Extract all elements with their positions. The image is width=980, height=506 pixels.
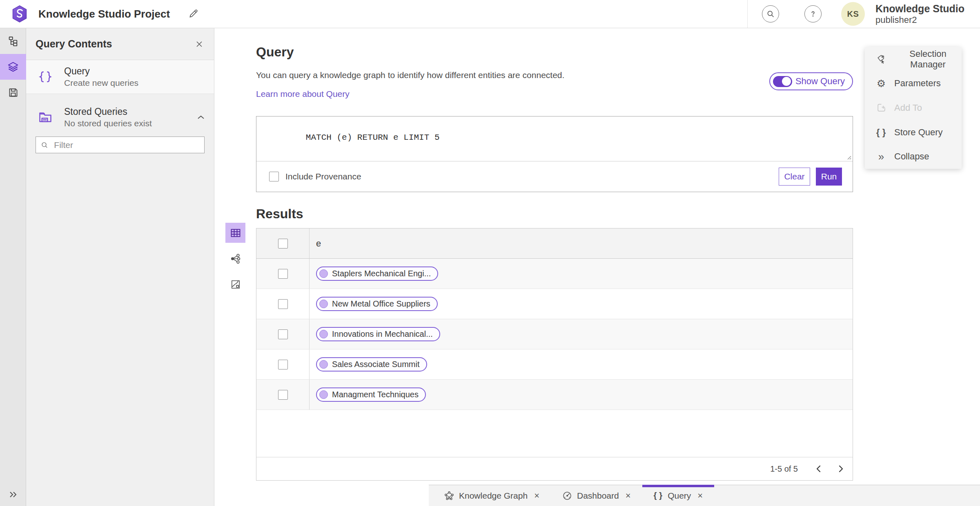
- rail-expand-button[interactable]: [0, 486, 26, 504]
- rail-item-save[interactable]: [0, 80, 26, 105]
- filter-input[interactable]: [54, 140, 199, 150]
- select-all-checkbox[interactable]: [278, 239, 288, 249]
- entity-label: New Metal Office Suppliers: [332, 299, 430, 309]
- chevron-up-icon: [197, 114, 205, 120]
- pagination-label: 1-5 of 5: [770, 464, 798, 474]
- table-icon: [230, 227, 241, 239]
- view-switcher: [225, 223, 245, 300]
- entity-label: Staplers Mechanical Engi...: [332, 269, 431, 278]
- parameters-button[interactable]: ⚙ Parameters: [865, 72, 962, 96]
- help-icon: [808, 9, 817, 18]
- tab-dashboard[interactable]: Dashboard ×: [551, 485, 642, 506]
- query-editor-footer: Include Provenance Clear Run: [256, 161, 853, 192]
- panel-title: Query Contents: [36, 38, 112, 50]
- action-label: Selection Manager: [894, 49, 962, 70]
- link-chart-view-button[interactable]: [225, 249, 245, 269]
- tab-query[interactable]: { } Query ×: [642, 485, 715, 506]
- table-row: Innovations in Mechanical...: [256, 319, 853, 349]
- search-icon: [766, 10, 775, 18]
- row-checkbox[interactable]: [278, 390, 288, 400]
- clear-button[interactable]: Clear: [779, 168, 810, 186]
- tab-label: Dashboard: [577, 491, 619, 501]
- panel-gap: [26, 94, 214, 101]
- row-checkbox[interactable]: [278, 360, 288, 369]
- stored-queries-folder-icon: [36, 110, 55, 125]
- results-table: e Staplers Mechanical Engi... New Metal …: [256, 228, 853, 481]
- double-chevron-right-icon: [8, 490, 18, 499]
- top-bar: Knowledge Studio Project KS Knowledge St…: [0, 0, 980, 28]
- entity-pill[interactable]: Sales Associate Summit: [316, 357, 427, 372]
- row-checkbox[interactable]: [278, 269, 288, 279]
- layers-icon: [7, 61, 19, 73]
- save-icon: [8, 87, 19, 98]
- close-tab-icon[interactable]: ×: [626, 490, 631, 501]
- entity-label: Innovations in Mechanical...: [332, 329, 433, 339]
- show-query-toggle[interactable]: Show Query: [769, 72, 853, 90]
- add-to-icon: [876, 103, 886, 113]
- left-icon-rail: [0, 28, 26, 506]
- sidebar-item-query[interactable]: Query Create new queries: [26, 60, 214, 94]
- resize-handle-icon[interactable]: [846, 154, 851, 160]
- braces-icon: { }: [654, 491, 663, 500]
- toggle-switch: [773, 76, 792, 87]
- collapse-section-button[interactable]: [197, 114, 205, 120]
- entity-icon: [319, 360, 328, 369]
- entity-pill[interactable]: Staplers Mechanical Engi...: [316, 266, 438, 281]
- close-tab-icon[interactable]: ×: [697, 490, 703, 501]
- close-panel-button[interactable]: [195, 40, 203, 48]
- rail-item-data-model[interactable]: [0, 28, 26, 54]
- entity-pill[interactable]: New Metal Office Suppliers: [316, 297, 438, 311]
- sidebar-item-subtitle: No stored queries exist: [64, 119, 152, 128]
- table-footer: 1-5 of 5: [256, 457, 853, 480]
- sidebar-item-stored-queries[interactable]: Stored Queries No stored queries exist: [26, 101, 214, 134]
- map-icon: [230, 279, 241, 290]
- app-logo: [11, 5, 29, 23]
- row-checkbox[interactable]: [278, 329, 288, 339]
- row-checkbox[interactable]: [278, 299, 288, 309]
- tab-label: Knowledge Graph: [459, 491, 528, 501]
- table-row: Sales Associate Summit: [256, 349, 853, 380]
- panel-header: Query Contents: [26, 28, 214, 60]
- store-query-button[interactable]: { } Store Query: [865, 120, 962, 145]
- header-checkbox-cell: [256, 228, 310, 258]
- results-heading: Results: [256, 206, 853, 222]
- help-button[interactable]: [804, 5, 822, 22]
- table-row: Managment Techniques: [256, 380, 853, 410]
- close-tab-icon[interactable]: ×: [534, 490, 539, 501]
- query-textarea[interactable]: MATCH (e) RETURN e LIMIT 5: [256, 116, 853, 161]
- close-icon: [195, 40, 203, 48]
- entity-pill[interactable]: Managment Techniques: [316, 387, 426, 402]
- column-header-e: e: [310, 228, 853, 258]
- rail-item-layers[interactable]: [0, 54, 26, 80]
- chevron-left-icon: [815, 465, 822, 473]
- double-chevron-right-icon: »: [876, 151, 886, 162]
- account-username: publisher2: [875, 15, 964, 25]
- search-button[interactable]: [762, 5, 779, 22]
- selection-manager-button[interactable]: Selection Manager: [865, 47, 962, 72]
- run-button[interactable]: Run: [816, 168, 842, 186]
- knowledge-graph-icon: [444, 491, 454, 501]
- prev-page-button[interactable]: [812, 462, 826, 476]
- entity-icon: [319, 269, 328, 278]
- braces-icon: { }: [876, 127, 886, 138]
- collapse-panel-button[interactable]: » Collapse: [865, 144, 962, 169]
- gear-icon: ⚙: [876, 78, 886, 89]
- map-view-button[interactable]: [225, 274, 245, 294]
- braces-icon: [36, 69, 55, 84]
- learn-more-link[interactable]: Learn more about Query: [256, 89, 350, 99]
- page-title: Knowledge Studio Project: [38, 8, 170, 20]
- chevron-right-icon: [837, 465, 844, 473]
- query-text: MATCH (e) RETURN e LIMIT 5: [306, 133, 440, 142]
- edit-title-button[interactable]: [188, 9, 198, 19]
- include-provenance-checkbox[interactable]: [269, 172, 279, 181]
- filter-search-icon: [41, 141, 48, 149]
- filter-wrap: [26, 134, 214, 153]
- table-row: New Metal Office Suppliers: [256, 289, 853, 319]
- avatar[interactable]: KS: [841, 2, 865, 26]
- next-page-button[interactable]: [834, 462, 848, 476]
- main-area: Query You can query a knowledge graph to…: [214, 28, 980, 506]
- entity-pill[interactable]: Innovations in Mechanical...: [316, 327, 440, 341]
- table-view-button[interactable]: [225, 223, 245, 243]
- entity-icon: [319, 390, 328, 399]
- tab-knowledge-graph[interactable]: Knowledge Graph ×: [433, 485, 551, 506]
